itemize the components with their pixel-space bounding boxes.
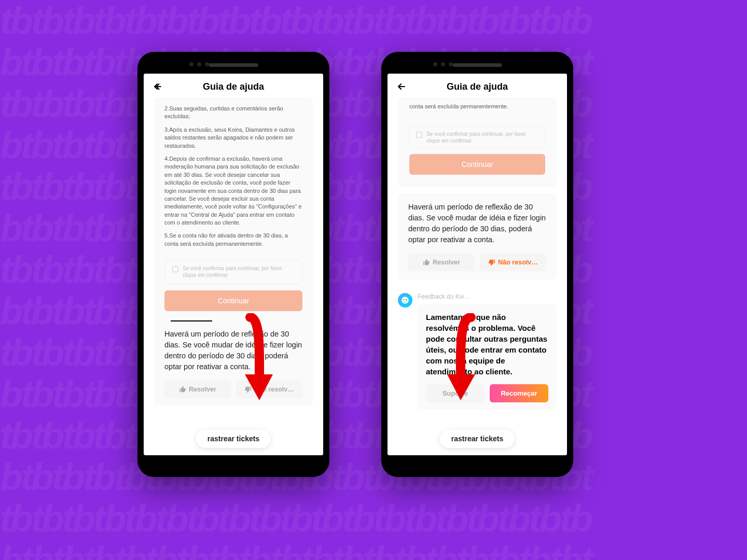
info-card: 2.Suas seguidas, curtidas e comentários … <box>154 97 313 405</box>
track-tickets-button[interactable]: rastrear tickets <box>196 429 271 448</box>
thumbs-up-icon <box>179 386 186 393</box>
back-arrow-icon[interactable] <box>152 81 163 92</box>
thumbs-down-icon <box>244 386 252 393</box>
continue-button[interactable]: Continuar <box>164 290 302 311</box>
feedback-label: Feedback do Kw… <box>418 293 557 300</box>
sensor-icon <box>189 62 193 66</box>
svg-point-2 <box>404 300 405 301</box>
content-area-right[interactable]: conta será excluída permanentemente. Se … <box>388 97 567 455</box>
sensor-icon <box>449 62 453 66</box>
apology-card: Lamentamos que não resolvémos o problema… <box>418 304 557 410</box>
reflection-card: Haverá um período de reflexão de 30 dias… <box>398 193 557 279</box>
checkbox-icon[interactable] <box>172 266 178 272</box>
support-restart-row: Suporte Recomeçar <box>426 384 548 402</box>
page-title: Guia de ajuda <box>144 81 323 92</box>
not-resolve-label: Não resolv… <box>498 259 537 266</box>
track-tickets-button[interactable]: rastrear tickets <box>440 429 515 448</box>
content-area-left[interactable]: 2.Suas seguidas, curtidas e comentários … <box>144 97 323 455</box>
paragraph-5: 5.Se a conta não for ativada dentro de 3… <box>164 232 302 248</box>
confirm-box: Se você confirmar para continuar, por fa… <box>164 259 302 284</box>
resolve-button[interactable]: Resolver <box>408 254 475 271</box>
resolve-label: Resolver <box>433 259 460 266</box>
bot-avatar-icon <box>398 293 412 307</box>
checkbox-icon[interactable] <box>416 132 422 138</box>
confirm-text: Se você confirmar para continuar, por fa… <box>183 265 295 278</box>
sensor-icon <box>441 62 445 66</box>
reflection-text: Haverá um período de reflexão de 30 dias… <box>164 329 302 372</box>
back-arrow-icon[interactable] <box>396 81 407 92</box>
feedback-buttons: Resolver Não resolv… <box>408 254 546 271</box>
resolve-label: Resolver <box>189 386 216 393</box>
apology-text: Lamentamos que não resolvémos o problema… <box>426 312 548 377</box>
resolve-button[interactable]: Resolver <box>164 381 231 398</box>
sensor-icon <box>197 62 201 66</box>
top-fragment: conta será excluída permanentemente. <box>409 103 545 110</box>
sensor-icon <box>433 62 437 66</box>
restart-button[interactable]: Recomeçar <box>490 384 548 402</box>
background-pattern: tbtbtbtbtbtbtbtbtbtbtbtbtbtbtbtbtbtbtb b… <box>0 0 747 560</box>
paragraph-3: 3.Após a exclusão, seus Koins, Diamantes… <box>164 126 302 150</box>
phone-mockup-right: Guia de ajuda conta será excluída perman… <box>381 52 573 477</box>
confirm-text: Se você confirmar para continuar, por fa… <box>426 131 538 144</box>
not-resolve-button[interactable]: Não resolv… <box>236 381 302 398</box>
app-header: Guia de ajuda <box>388 74 567 97</box>
paragraph-2: 2.Suas seguidas, curtidas e comentários … <box>164 105 302 121</box>
thumbs-down-icon <box>488 259 495 266</box>
paragraph-4: 4.Depois de confirmar a exclusão, haverá… <box>164 155 302 227</box>
support-button[interactable]: Suporte <box>426 384 485 402</box>
screen-left: Guia de ajuda 2.Suas seguidas, curtidas … <box>144 74 323 455</box>
svg-point-3 <box>406 300 407 301</box>
not-resolve-label: Não resolv… <box>254 386 294 393</box>
reflection-text: Haverá um período de reflexão de 30 dias… <box>408 202 546 245</box>
app-header: Guia de ajuda <box>144 74 323 97</box>
confirm-box: Se você confirmar para continuar, por fa… <box>409 126 545 149</box>
continue-button[interactable]: Continuar <box>409 154 545 175</box>
not-resolve-button-active[interactable]: Não resolv… <box>480 254 546 271</box>
thumbs-up-icon <box>423 259 430 266</box>
info-card: conta será excluída permanentemente. Se … <box>398 97 557 187</box>
sensor-icon <box>205 62 209 66</box>
phone-mockup-left: Guia de ajuda 2.Suas seguidas, curtidas … <box>137 52 329 477</box>
bot-feedback-row: Feedback do Kw… Lamentamos que não resol… <box>398 293 557 410</box>
screen-right: Guia de ajuda conta será excluída perman… <box>388 74 567 455</box>
divider <box>171 320 212 321</box>
feedback-buttons: Resolver Não resolv… <box>164 381 302 398</box>
svg-point-1 <box>402 297 409 304</box>
page-title: Guia de ajuda <box>388 81 567 92</box>
